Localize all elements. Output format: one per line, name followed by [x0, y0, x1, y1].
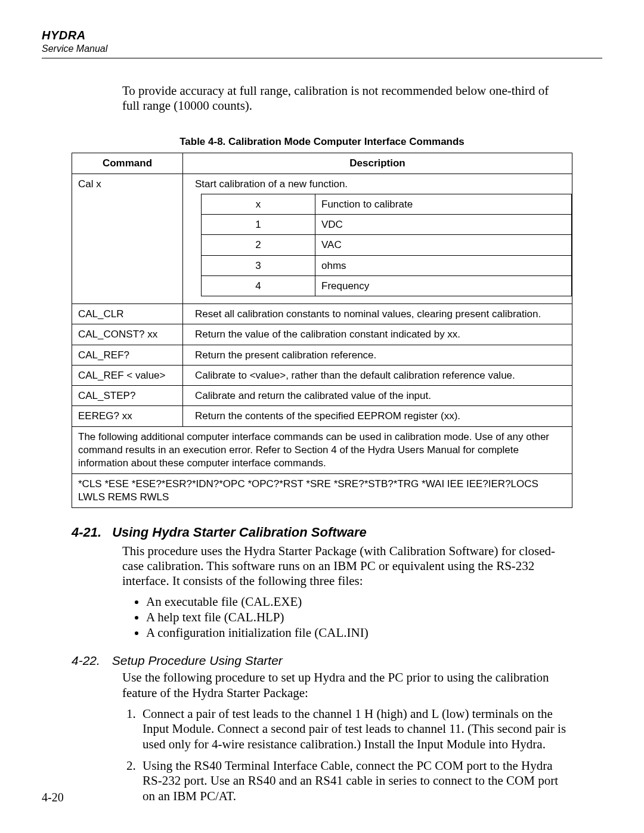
table-note-2: *CLS *ESE *ESE?*ESR?*IDN?*OPC *OPC?*RST …	[72, 473, 572, 507]
table-caption: Table 4-8. Calibration Mode Computer Int…	[42, 136, 602, 148]
section-4-22-title: Setup Procedure Using Starter	[112, 654, 283, 667]
section-4-21-title: Using Hydra Starter Calibration Software	[112, 525, 367, 540]
section-4-21-body: This procedure uses the Hydra Starter Pa…	[122, 544, 566, 589]
th-command: Command	[72, 153, 183, 174]
table-row: CAL_CLR Reset all calibration constants …	[72, 304, 572, 324]
intro-paragraph: To provide accuracy at full range, calib…	[122, 83, 564, 113]
inner-th-x: x	[202, 194, 315, 214]
inner-func: VDC	[315, 215, 572, 235]
header-subtitle: Service Manual	[42, 44, 602, 54]
section-4-22-number: 4-22.	[72, 654, 109, 668]
table-row: CAL_STEP? Calibrate and return the calib…	[72, 386, 572, 406]
cal-x-inner-cell: x Function to calibrate 1 VDC 2 VAC 3	[183, 190, 572, 304]
page-header: HYDRA Service Manual	[42, 29, 602, 58]
list-item: A help text file (CAL.HLP)	[146, 609, 566, 625]
cmd-cell: CAL_REF < value>	[72, 365, 183, 385]
table-row: EEREG? xx Return the contents of the spe…	[72, 406, 572, 426]
cmd-cell: CAL_REF?	[72, 345, 183, 365]
inner-x: 3	[202, 255, 315, 275]
desc-cal-x-text: Start calibration of a new function.	[195, 178, 348, 190]
header-title: HYDRA	[42, 29, 602, 42]
inner-func: ohms	[315, 255, 572, 275]
desc-cell: Reset all calibration constants to nomin…	[183, 304, 572, 324]
page-number: 4-20	[42, 791, 64, 804]
setup-steps: Connect a pair of test leads to the chan…	[122, 707, 568, 804]
file-list: An executable file (CAL.EXE) A help text…	[134, 594, 566, 641]
table-note-row-1: The following additional computer interf…	[72, 426, 572, 473]
inner-row: 1 VDC	[202, 215, 572, 235]
inner-func: VAC	[315, 235, 572, 255]
commands-table-wrap: Command Description Cal x Start calibrat…	[72, 153, 572, 508]
desc-cell: Return the present calibration reference…	[183, 345, 572, 365]
table-note-1-text: The following additional computer interf…	[78, 431, 549, 469]
cmd-cal-x: Cal x	[72, 174, 183, 304]
inner-row: 2 VAC	[202, 235, 572, 255]
inner-header-row: x Function to calibrate	[202, 194, 572, 214]
inner-x: 2	[202, 235, 315, 255]
th-description: Description	[183, 153, 572, 174]
desc-cell: Return the value of the calibration cons…	[183, 324, 572, 345]
inner-func: Frequency	[315, 275, 572, 296]
table-header-row: Command Description	[72, 153, 572, 174]
inner-row: 4 Frequency	[202, 275, 572, 296]
table-row: CAL_REF? Return the present calibration …	[72, 345, 572, 365]
cmd-cell: EEREG? xx	[72, 406, 183, 426]
table-note-2-text: *CLS *ESE *ESE?*ESR?*IDN?*OPC *OPC?*RST …	[78, 478, 538, 503]
inner-x: 4	[202, 275, 315, 296]
cmd-cell: CAL_STEP?	[72, 386, 183, 406]
inner-row: 3 ohms	[202, 255, 572, 275]
section-4-21-heading: 4-21. Using Hydra Starter Calibration So…	[72, 525, 602, 540]
table-row: CAL_REF < value> Calibrate to <value>, r…	[72, 365, 572, 385]
table-note-1: The following additional computer interf…	[72, 426, 572, 473]
desc-cal-x-top: Start calibration of a new function.	[183, 174, 572, 190]
list-item: Using the RS40 Terminal Interface Cable,…	[139, 758, 568, 804]
section-4-22-body: Use the following procedure to set up Hy…	[122, 670, 566, 700]
row-cal-x: Cal x Start calibration of a new functio…	[72, 174, 572, 190]
section-4-22-heading: 4-22. Setup Procedure Using Starter	[72, 654, 602, 668]
function-subtable: x Function to calibrate 1 VDC 2 VAC 3	[201, 194, 572, 296]
cmd-cell: CAL_CLR	[72, 304, 183, 324]
inner-th-func: Function to calibrate	[315, 194, 572, 214]
commands-table: Command Description Cal x Start calibrat…	[72, 153, 572, 508]
table-row: CAL_CONST? xx Return the value of the ca…	[72, 324, 572, 345]
cmd-cell: CAL_CONST? xx	[72, 324, 183, 345]
desc-cell: Return the contents of the specified EEP…	[183, 406, 572, 426]
table-note-row-2: *CLS *ESE *ESE?*ESR?*IDN?*OPC *OPC?*RST …	[72, 473, 572, 507]
inner-x: 1	[202, 215, 315, 235]
header-rule	[42, 58, 602, 58]
list-item: Connect a pair of test leads to the chan…	[139, 707, 568, 753]
desc-cell: Calibrate and return the calibrated valu…	[183, 386, 572, 406]
list-item: A configuration initialization file (CAL…	[146, 625, 566, 640]
list-item: An executable file (CAL.EXE)	[146, 594, 566, 609]
section-4-21-number: 4-21.	[72, 525, 109, 540]
desc-cell: Calibrate to <value>, rather than the de…	[183, 365, 572, 385]
